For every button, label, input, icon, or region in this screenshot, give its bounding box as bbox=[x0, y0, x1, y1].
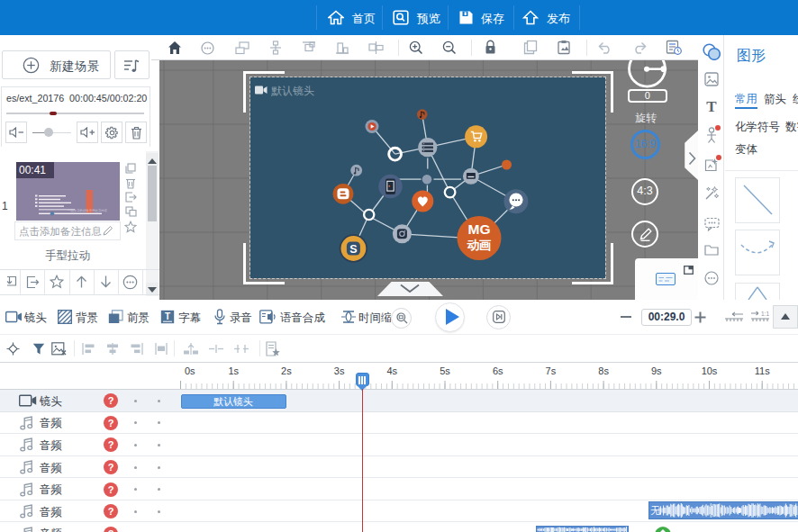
svg-text:MG: MG bbox=[468, 221, 491, 237]
svg-text:一段文字的排版示例文字内容: 一段文字的排版示例文字内容 bbox=[68, 208, 108, 212]
svg-text:动画: 动画 bbox=[467, 239, 493, 252]
svg-text:S: S bbox=[349, 243, 357, 256]
svg-text:T: T bbox=[165, 311, 170, 321]
svg-text:1:1: 1:1 bbox=[761, 311, 769, 317]
